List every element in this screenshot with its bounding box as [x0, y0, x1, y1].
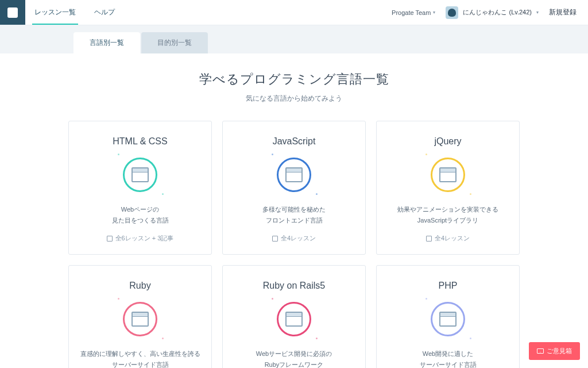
- tab-by-goal[interactable]: 目的別一覧: [141, 32, 208, 53]
- card-rails[interactable]: Ruby on Rails5 Webサービス開発に必須のRubyフレームワーク: [222, 265, 366, 368]
- page-subtitle: 気になる言語から始めてみよう: [0, 94, 588, 103]
- card-desc: 効果やアニメーションを実装できるJavaScriptライブラリ: [387, 204, 509, 226]
- html-icon: [121, 156, 159, 194]
- feedback-button[interactable]: ご意見箱: [529, 342, 580, 360]
- logo[interactable]: [0, 0, 25, 25]
- lesson-icon: [272, 236, 278, 241]
- card-desc: 直感的に理解しやすく、高い生産性を誇るサーバーサイド言語: [79, 348, 201, 368]
- card-html-css[interactable]: HTML & CSS Webページの見た目をつくる言語 全6レッスン + 3記事: [68, 121, 212, 255]
- card-meta: 全4レッスン: [233, 234, 355, 243]
- card-meta: 全6レッスン + 3記事: [79, 234, 201, 243]
- nav-right: Progate Team ▾ にんじゃわんこ (Lv.242) ▾ 新規登録: [392, 0, 588, 25]
- ruby-icon: [121, 300, 159, 338]
- header: レッスン一覧 ヘルプ Progate Team ▾ にんじゃわんこ (Lv.24…: [0, 0, 588, 25]
- lesson-icon: [107, 236, 113, 241]
- card-ruby[interactable]: Ruby 直感的に理解しやすく、高い生産性を誇るサーバーサイド言語: [68, 265, 212, 368]
- card-desc: Webサービス開発に必須のRubyフレームワーク: [233, 348, 355, 368]
- card-title: Ruby on Rails5: [233, 281, 355, 291]
- chevron-down-icon: ▾: [536, 10, 539, 15]
- card-jquery[interactable]: jQuery 効果やアニメーションを実装できるJavaScriptライブラリ 全…: [376, 121, 520, 255]
- user-name: にんじゃわんこ (Lv.242): [463, 8, 532, 17]
- mail-icon: [537, 348, 544, 354]
- card-title: HTML & CSS: [79, 136, 201, 147]
- card-title: Ruby: [79, 281, 201, 291]
- signup-button[interactable]: 新規登録: [549, 7, 577, 17]
- user-dropdown[interactable]: にんじゃわんこ (Lv.242) ▾: [446, 6, 539, 19]
- main: 学べるプログラミング言語一覧 気になる言語から始めてみよう HTML & CSS…: [0, 53, 588, 368]
- card-title: PHP: [387, 281, 509, 291]
- card-title: jQuery: [387, 136, 509, 147]
- rails-icon: [275, 300, 313, 338]
- card-meta: 全4レッスン: [387, 234, 509, 243]
- nav-left: レッスン一覧 ヘルプ: [25, 0, 124, 25]
- tabs: 言語別一覧 目的別一覧: [0, 32, 588, 53]
- jquery-icon: [429, 156, 467, 194]
- nav-help[interactable]: ヘルプ: [85, 0, 124, 25]
- card-javascript[interactable]: JavaScript 多様な可能性を秘めたフロントエンド言語 全4レッスン: [222, 121, 366, 255]
- language-grid: HTML & CSS Webページの見た目をつくる言語 全6レッスン + 3記事…: [0, 121, 588, 368]
- javascript-icon: [275, 156, 313, 194]
- card-desc: 多様な可能性を秘めたフロントエンド言語: [233, 204, 355, 226]
- nav-lessons[interactable]: レッスン一覧: [25, 0, 85, 25]
- php-icon: [429, 300, 467, 338]
- avatar: [446, 6, 458, 19]
- tab-by-language[interactable]: 言語別一覧: [74, 32, 140, 53]
- chevron-down-icon: ▾: [433, 10, 435, 15]
- card-title: JavaScript: [233, 136, 355, 147]
- card-php[interactable]: PHP Web開発に適したサーバーサイド言語: [376, 265, 520, 368]
- logo-icon: [7, 7, 18, 18]
- feedback-label: ご意見箱: [547, 347, 572, 355]
- card-desc: Web開発に適したサーバーサイド言語: [387, 348, 509, 368]
- page-title: 学べるプログラミング言語一覧: [0, 71, 588, 88]
- team-dropdown[interactable]: Progate Team ▾: [392, 9, 435, 16]
- lesson-icon: [426, 236, 432, 241]
- card-desc: Webページの見た目をつくる言語: [79, 204, 201, 226]
- team-label: Progate Team: [392, 9, 431, 16]
